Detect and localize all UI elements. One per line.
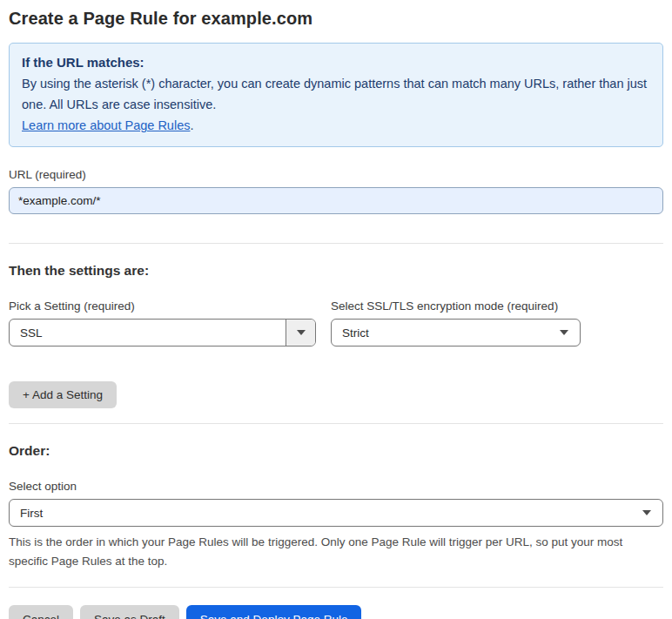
info-box-link-line: Learn more about Page Rules. [22, 115, 650, 136]
ssl-mode-value: Strict [332, 326, 560, 340]
ssl-mode-label: Select SSL/TLS encryption mode (required… [331, 299, 581, 313]
order-value: First [10, 507, 642, 520]
caret-down-icon [642, 510, 651, 515]
learn-more-link[interactable]: Learn more about Page Rules [22, 118, 190, 132]
page-title: Create a Page Rule for example.com [9, 9, 663, 29]
pick-setting-label: Pick a Setting (required) [9, 299, 316, 313]
divider [9, 423, 663, 424]
order-select-label: Select option [9, 480, 663, 493]
page-rule-form: Create a Page Rule for example.com If th… [0, 0, 672, 619]
ssl-mode-column: Select SSL/TLS encryption mode (required… [331, 279, 581, 347]
info-box-body: By using the asterisk (*) character, you… [22, 73, 648, 115]
url-match-info-box: If the URL matches: By using the asteris… [9, 43, 663, 147]
order-section-heading: Order: [9, 443, 663, 459]
divider [9, 243, 663, 244]
link-suffix: . [190, 118, 193, 132]
pick-setting-caret-button[interactable] [286, 320, 315, 346]
url-field-label: URL (required) [9, 168, 663, 181]
pick-setting-column: Pick a Setting (required) SSL [9, 279, 316, 347]
ssl-mode-dropdown[interactable]: Strict [331, 319, 581, 347]
save-and-deploy-button[interactable]: Save and Deploy Page Rule [186, 605, 362, 619]
caret-down-icon [560, 330, 568, 335]
settings-row: Pick a Setting (required) SSL Select SSL… [9, 279, 663, 347]
cancel-button[interactable]: Cancel [9, 605, 73, 619]
save-as-draft-button[interactable]: Save as Draft [80, 605, 179, 619]
order-dropdown[interactable]: First [9, 499, 663, 527]
url-input[interactable] [9, 187, 663, 214]
settings-section-heading: Then the settings are: [9, 263, 663, 279]
order-help-text: This is the order in which your Page Rul… [9, 533, 653, 571]
divider [9, 587, 663, 588]
caret-down-icon [297, 330, 306, 335]
pick-setting-dropdown[interactable]: SSL [9, 319, 316, 347]
add-setting-button[interactable]: + Add a Setting [9, 381, 117, 408]
pick-setting-value: SSL [10, 326, 286, 340]
info-box-heading: If the URL matches: [22, 52, 650, 73]
footer-actions: Cancel Save as Draft Save and Deploy Pag… [9, 605, 663, 619]
